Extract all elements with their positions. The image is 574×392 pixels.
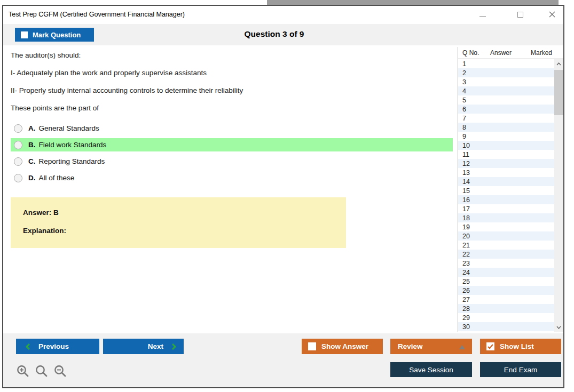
question-counter: Question 3 of 9 — [0, 29, 554, 39]
question-list-row[interactable]: 14 — [458, 177, 554, 186]
question-list-scrollbar[interactable] — [554, 59, 563, 332]
cell-qno: 8 — [462, 124, 490, 131]
question-list-row[interactable]: 6 — [458, 105, 554, 114]
cell-qno: 11 — [462, 151, 490, 158]
answer-option[interactable]: C. Reporting Standards — [11, 155, 453, 168]
question-text-line: The auditor(s) should: — [11, 51, 81, 59]
question-list-row[interactable]: 20 — [458, 231, 554, 241]
question-list-row[interactable]: 23 — [458, 259, 554, 268]
options-list: A. General Standards B. Field work Stand… — [11, 122, 453, 188]
cell-qno: 29 — [462, 314, 490, 322]
show-list-button[interactable]: Show List — [480, 339, 561, 354]
cell-qno: 5 — [462, 97, 490, 104]
question-list-row[interactable]: 1 — [458, 59, 554, 68]
column-header-qno: Q No. — [462, 49, 479, 57]
cell-qno: 12 — [462, 160, 490, 167]
question-list-row[interactable]: 25 — [458, 277, 554, 286]
option-text: Field work Standards — [39, 141, 107, 149]
answer-label: Answer: B — [23, 209, 59, 217]
answer-option[interactable]: A. General Standards — [11, 122, 453, 135]
chevron-left-icon — [25, 343, 30, 350]
question-list-row[interactable]: 8 — [458, 123, 554, 132]
cell-qno: 27 — [462, 296, 490, 303]
cell-qno: 9 — [462, 133, 490, 140]
close-icon — [549, 11, 555, 18]
question-list-header: Q No. Answer Marked — [458, 47, 563, 59]
show-list-checkbox[interactable] — [486, 342, 494, 350]
cell-qno: 25 — [462, 278, 490, 285]
question-list-row[interactable]: 5 — [458, 95, 554, 105]
title-bar: Test Prep CGFM (Certified Government Fin… — [3, 6, 563, 24]
question-list-row[interactable]: 27 — [458, 295, 554, 304]
show-answer-button[interactable]: Show Answer — [302, 339, 383, 354]
cell-qno: 4 — [462, 87, 490, 95]
next-button[interactable]: Next — [103, 339, 184, 354]
option-letter: B. — [28, 141, 36, 149]
show-list-label: Show List — [500, 342, 534, 350]
maximize-icon — [517, 12, 523, 18]
save-session-button[interactable]: Save Session — [390, 362, 472, 377]
end-exam-button[interactable]: End Exam — [480, 362, 561, 377]
chevron-down-icon — [556, 326, 561, 329]
window-title: Test Prep CGFM (Certified Government Fin… — [9, 11, 185, 18]
show-answer-checkbox[interactable] — [308, 342, 316, 350]
scrollbar-thumb[interactable] — [554, 70, 563, 115]
minimize-button[interactable] — [474, 6, 492, 23]
radio-button-icon[interactable] — [14, 174, 22, 182]
review-button[interactable]: Review — [390, 339, 472, 354]
column-header-marked: Marked — [531, 49, 552, 57]
question-list-row[interactable]: 10 — [458, 141, 554, 150]
radio-button-icon[interactable] — [14, 124, 22, 133]
cell-qno: 2 — [462, 69, 490, 77]
question-list-row[interactable]: 18 — [458, 213, 554, 222]
question-list-row[interactable]: 19 — [458, 222, 554, 231]
question-list-row[interactable]: 3 — [458, 77, 554, 86]
cell-qno: 14 — [462, 178, 490, 186]
question-list-row[interactable]: 15 — [458, 186, 554, 195]
header-strip: Mark Question Question 3 of 9 — [3, 24, 563, 45]
previous-button[interactable]: Previous — [16, 339, 99, 354]
background-window-edge — [267, 0, 559, 5]
zoom-reset-icon[interactable] — [35, 364, 49, 378]
cell-qno: 6 — [462, 106, 490, 113]
cell-qno: 1 — [462, 60, 490, 68]
end-exam-label: End Exam — [504, 366, 537, 374]
question-list-row[interactable]: 28 — [458, 304, 554, 313]
question-list-row[interactable]: 17 — [458, 204, 554, 213]
question-list-row[interactable]: 26 — [458, 286, 554, 295]
question-list-row[interactable]: 9 — [458, 132, 554, 141]
question-list-row[interactable]: 13 — [458, 168, 554, 177]
minimize-icon — [479, 17, 486, 17]
answer-option[interactable]: B. Field work Standards — [11, 138, 453, 151]
check-icon — [487, 343, 494, 350]
radio-button-icon[interactable] — [14, 157, 22, 166]
cell-qno: 26 — [462, 287, 490, 294]
scroll-up-button[interactable] — [554, 59, 563, 68]
cell-qno: 13 — [462, 169, 490, 177]
question-list-row[interactable]: 21 — [458, 241, 554, 250]
close-button[interactable] — [543, 6, 561, 23]
question-list-row[interactable]: 2 — [458, 68, 554, 77]
question-list-row[interactable]: 7 — [458, 114, 554, 123]
question-list-row[interactable]: 30 — [458, 322, 554, 331]
option-text: Reporting Standards — [39, 157, 105, 165]
zoom-out-icon[interactable] — [53, 364, 67, 378]
question-list-row[interactable]: 29 — [458, 313, 554, 322]
answer-option[interactable]: D. All of these — [11, 171, 453, 185]
chevron-up-icon — [556, 62, 561, 66]
question-list-row[interactable]: 11 — [458, 150, 554, 159]
question-list-row[interactable]: 16 — [458, 195, 554, 204]
scroll-down-button[interactable] — [554, 323, 563, 332]
question-list-row[interactable]: 4 — [458, 86, 554, 95]
cell-qno: 24 — [462, 269, 490, 276]
zoom-controls — [16, 364, 67, 378]
radio-button-icon[interactable] — [14, 141, 22, 149]
question-list-row[interactable]: 12 — [458, 159, 554, 168]
question-list-row[interactable]: 22 — [458, 250, 554, 259]
question-list-panel: Q No. Answer Marked 1 2 3 4 5 6 7 — [458, 47, 563, 332]
question-list-row[interactable]: 24 — [458, 268, 554, 277]
option-letter: A. — [28, 124, 36, 132]
zoom-in-icon[interactable] — [16, 364, 30, 378]
maximize-button[interactable] — [511, 6, 529, 23]
footer-bar: Previous Next Show Answer Review — [3, 333, 563, 387]
